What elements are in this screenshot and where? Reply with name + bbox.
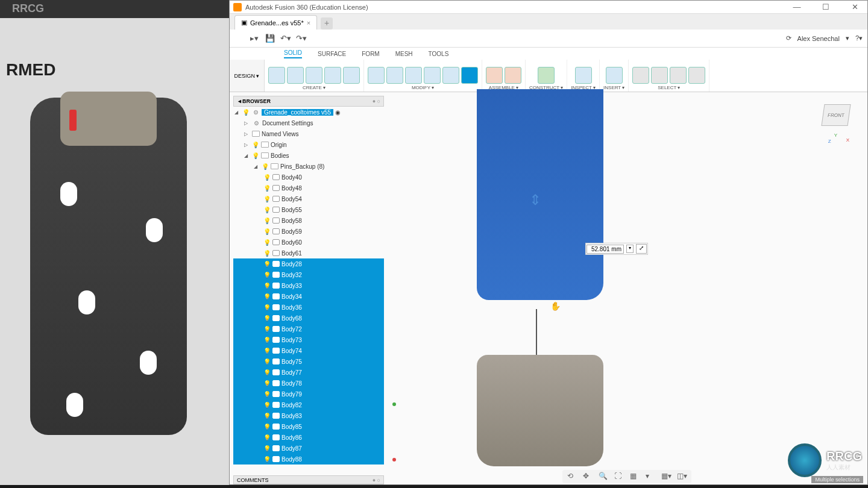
tree-root[interactable]: ◢ 💡 ⚙ Grenade_cooltoimes v55 ◉ <box>233 107 384 117</box>
visibility-icon[interactable]: 💡 <box>263 272 271 278</box>
pan-icon[interactable]: ✥ <box>583 472 593 481</box>
taskbar[interactable] <box>0 485 868 488</box>
move-manipulator[interactable] <box>526 183 544 219</box>
ribbon-label[interactable]: INSERT ▾ <box>603 85 624 90</box>
visibility-icon[interactable]: 💡 <box>263 315 271 322</box>
tab-form[interactable]: FORM <box>362 51 379 57</box>
visibility-icon[interactable]: 💡 <box>263 402 271 408</box>
panel-options-icon[interactable]: ● ○ <box>373 98 380 104</box>
visibility-icon[interactable]: 💡 <box>263 434 271 441</box>
distance-input-widget[interactable]: ▾ ⤢ <box>585 243 648 255</box>
timeline-marker[interactable] <box>392 402 396 406</box>
viewcube-face[interactable]: FRONT <box>821 104 851 126</box>
visibility-icon[interactable]: 💡 <box>263 358 271 365</box>
visibility-icon[interactable]: 💡 <box>263 304 271 311</box>
tree-body-item[interactable]: 💡Body55 <box>233 204 384 215</box>
expand-icon[interactable]: ▷ <box>244 142 250 148</box>
viewport[interactable]: ✋ ▾ ⤢ FRONT X Y Z ⟲ ✥ 🔍 ⛶ <box>386 92 867 484</box>
browser-chevron-icon[interactable]: ◄ <box>237 98 242 104</box>
visibility-icon[interactable]: 💡 <box>263 207 271 213</box>
visibility-icon[interactable]: 💡 <box>263 228 271 235</box>
tree-origin[interactable]: ▷ 💡 Origin <box>233 139 384 150</box>
tree-body-item-selected[interactable]: 💡Body74 <box>233 345 384 356</box>
visibility-icon[interactable]: 💡 <box>263 293 271 300</box>
new-tab-button[interactable]: + <box>321 17 333 30</box>
tree-pins-backup[interactable]: ◢ 💡 Pins_Backup (8) <box>233 161 384 172</box>
tree-body-item-selected[interactable]: 💡Body72 <box>233 324 384 334</box>
expand-icon[interactable]: ◢ <box>234 110 241 115</box>
visibility-icon[interactable]: 💡 <box>263 380 271 387</box>
ribbon-label[interactable]: MODIFY ▾ <box>412 85 434 90</box>
orbit-icon[interactable]: ⟲ <box>567 472 577 481</box>
redo-icon[interactable]: ↷▾ <box>296 33 307 44</box>
minimize-button[interactable]: — <box>788 2 806 11</box>
visibility-icon[interactable]: 💡 <box>263 326 271 333</box>
press-pull-icon[interactable] <box>368 67 385 84</box>
visibility-icon[interactable]: 💡 <box>252 152 259 159</box>
select-freeform-icon[interactable] <box>670 67 687 84</box>
tree-body-item-selected[interactable]: 💡Body28 <box>233 258 384 269</box>
visibility-icon[interactable]: 💡 <box>263 445 271 452</box>
expand-icon[interactable]: ◢ <box>244 153 250 158</box>
tree-body-item-selected[interactable]: 💡Body86 <box>233 432 384 443</box>
tree-body-item-selected[interactable]: 💡Body36 <box>233 302 384 313</box>
shell-icon[interactable] <box>405 67 422 84</box>
tree-named-views[interactable]: ▷ Named Views <box>233 128 384 139</box>
tab-close-icon[interactable]: × <box>307 19 310 27</box>
tree-body-item-selected[interactable]: 💡Body75 <box>233 356 384 367</box>
zoom-icon[interactable]: 🔍 <box>599 472 608 481</box>
file-menu-icon[interactable]: ▸▾ <box>249 33 260 44</box>
tab-mesh[interactable]: MESH <box>395 51 413 57</box>
help-icon[interactable]: ?▾ <box>855 34 863 42</box>
tree-body-item[interactable]: 💡Body40 <box>233 172 384 183</box>
align-icon[interactable] <box>461 67 478 84</box>
visibility-icon[interactable]: 💡 <box>263 185 271 192</box>
measure-mode-icon[interactable]: ⤢ <box>636 244 647 254</box>
combine-icon[interactable] <box>424 67 441 84</box>
expand-icon[interactable]: ◢ <box>254 164 260 169</box>
save-icon[interactable]: 💾 <box>265 33 275 44</box>
ribbon-label[interactable]: SELECT ▾ <box>658 85 680 90</box>
sketch-icon[interactable] <box>268 67 285 84</box>
measure-icon[interactable] <box>575 67 592 84</box>
tree-bodies[interactable]: ◢ 💡 Bodies <box>233 150 384 161</box>
display-settings-icon[interactable]: ▾ <box>646 472 655 481</box>
tree-body-item[interactable]: 💡Body54 <box>233 193 384 204</box>
timeline-marker[interactable] <box>392 458 396 461</box>
visibility-icon[interactable]: 💡 <box>263 413 271 419</box>
as-built-joint-icon[interactable] <box>505 67 521 84</box>
tab-surface[interactable]: SURFACE <box>318 51 346 57</box>
tree-body-item-selected[interactable]: 💡Body78 <box>233 378 384 389</box>
tree-document-settings[interactable]: ▷ ⚙ Document Settings <box>233 117 384 128</box>
browser-header[interactable]: ◄ BROWSER ● ○ <box>233 96 384 107</box>
workspace-switcher[interactable]: DESIGN ▾ <box>230 60 265 92</box>
panel-options-icon[interactable]: ● ○ <box>373 477 380 483</box>
tree-body-item-selected[interactable]: 💡Body34 <box>233 291 384 302</box>
visibility-icon[interactable]: 💡 <box>263 348 271 354</box>
move-icon[interactable] <box>442 67 459 84</box>
revolve-icon[interactable] <box>306 67 322 84</box>
grid-settings-icon[interactable]: ▦▾ <box>661 472 671 481</box>
maximize-button[interactable]: ☐ <box>817 2 835 11</box>
data-panel-icon[interactable] <box>234 34 244 43</box>
sweep-icon[interactable] <box>324 67 341 84</box>
close-button[interactable]: ✕ <box>846 2 864 11</box>
tree-body-item-selected[interactable]: 💡Body83 <box>233 410 384 421</box>
ribbon-label[interactable]: CREATE ▾ <box>303 85 326 90</box>
tree-body-item[interactable]: 💡Body61 <box>233 248 384 258</box>
visibility-icon[interactable]: 💡 <box>263 337 271 343</box>
fillet-icon[interactable] <box>386 67 403 84</box>
joint-icon[interactable] <box>486 67 503 84</box>
visibility-icon[interactable]: 💡 <box>263 217 271 224</box>
tree-body-item-selected[interactable]: 💡Body68 <box>233 313 384 324</box>
visibility-icon[interactable]: 💡 <box>263 424 271 430</box>
visibility-icon[interactable]: 💡 <box>263 283 271 289</box>
user-name[interactable]: Alex Senechal <box>797 35 840 42</box>
distance-dropdown-icon[interactable]: ▾ <box>626 245 634 253</box>
insert-icon[interactable] <box>606 67 623 84</box>
visibility-icon[interactable]: 💡 <box>242 109 250 116</box>
comments-panel[interactable]: COMMENTS ● ○ <box>233 475 384 484</box>
extensions-icon[interactable]: ⟳ <box>786 34 791 42</box>
plane-icon[interactable] <box>538 67 555 84</box>
tree-body-item-selected[interactable]: 💡Body85 <box>233 421 384 432</box>
